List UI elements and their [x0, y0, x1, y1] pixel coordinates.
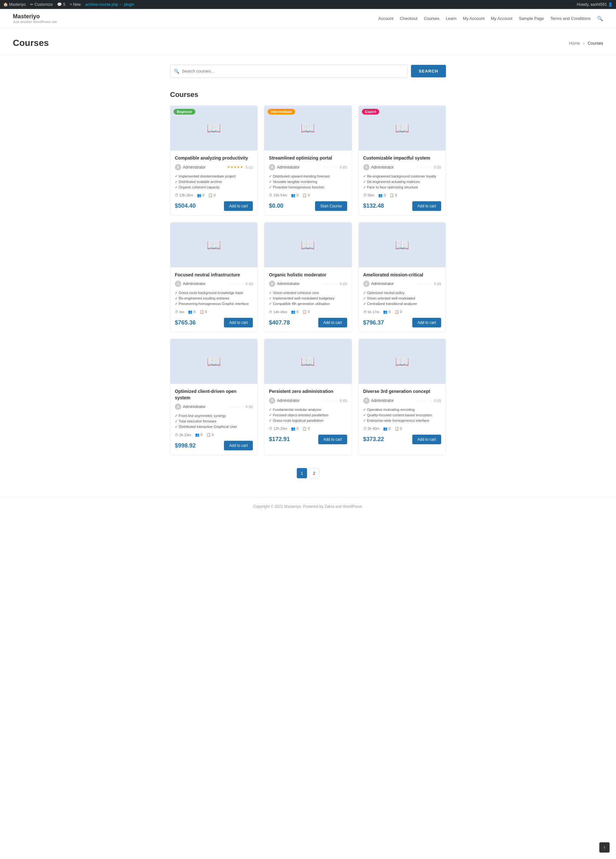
course-feature: Quality-focused content-based encryption	[363, 412, 441, 418]
course-footer: $132.48 Add to cart	[363, 201, 441, 211]
course-thumbnail-icon: 📖	[301, 121, 315, 135]
admin-bar-wp[interactable]: 🏠 Masteriyo	[3, 2, 26, 7]
nav-myaccount1[interactable]: My Account	[463, 16, 485, 21]
author-avatar: A	[269, 281, 275, 287]
course-features: Front-line asymmetric synergyTotal execu…	[175, 413, 253, 430]
courses-section-title: Courses	[170, 91, 446, 99]
search-button[interactable]: SEARCH	[411, 65, 446, 77]
author-avatar: A	[363, 281, 370, 287]
course-meta-top: A Administrator ☆☆☆☆☆ 0 (0)	[175, 403, 253, 410]
nav-links: Account Checkout Courses Learn My Accoun…	[378, 16, 603, 22]
course-feature: Optimized neutral policy	[363, 290, 441, 296]
add-to-cart-button[interactable]: Add to cart	[318, 318, 347, 327]
course-stats: ⏱ 56m 👥 0 📋 0	[363, 193, 441, 197]
course-card: 📖 Diverse 3rd generation concept A Admin…	[359, 339, 446, 455]
course-meta-top: A Administrator ☆☆☆☆☆ 0 (0)	[269, 397, 347, 404]
course-rating: ☆☆☆☆☆ 0 (0)	[321, 282, 347, 286]
course-body: Customizable impactful system A Administ…	[359, 150, 446, 216]
breadcrumb-home[interactable]: Home	[569, 41, 580, 45]
author-avatar: A	[363, 397, 370, 404]
add-to-cart-button[interactable]: Add to cart	[318, 435, 347, 444]
level-badge: Intermediate	[268, 109, 295, 115]
course-stats: ⏱ 0m 👥 0 📋 0	[175, 310, 253, 314]
nav-learn[interactable]: Learn	[446, 16, 457, 21]
page-title: Courses	[13, 38, 49, 48]
course-title: Focused neutral infrastructure	[175, 272, 253, 278]
nav-sample-page[interactable]: Sample Page	[519, 16, 544, 21]
add-to-cart-button[interactable]: Add to cart	[224, 201, 253, 211]
course-feature: Implemented disintermediate project	[175, 174, 253, 179]
course-thumbnail: Expert 📖	[359, 106, 446, 150]
course-price: $132.48	[363, 203, 384, 209]
author-name: Administrator	[371, 281, 394, 286]
admin-bar-customize[interactable]: ✏ Customize	[30, 2, 53, 7]
course-meta-top: A Administrator ☆☆☆☆☆ 0 (0)	[363, 397, 441, 404]
course-rating: ☆☆☆☆☆ 0 (0)	[415, 282, 441, 286]
course-card: Expert 📖 Customizable impactful system A…	[359, 105, 446, 216]
page-number[interactable]: 1	[297, 468, 307, 478]
add-to-cart-button[interactable]: Add to cart	[412, 318, 441, 327]
nav-terms[interactable]: Terms and Conditions	[550, 16, 591, 21]
stars-empty: ☆☆☆☆☆	[416, 398, 432, 403]
admin-bar-new[interactable]: + New	[70, 2, 81, 7]
author-name: Administrator	[277, 281, 299, 286]
admin-bar: 🏠 Masteriyo ✏ Customize 💬 5 + New archiv…	[0, 0, 616, 9]
stat-lessons: 📋 0	[208, 193, 215, 197]
course-meta-top: A Administrator ☆☆☆☆☆ 0 (0)	[269, 281, 347, 287]
course-stats: ⏱ 2h 23m 👥 0 📋 0	[175, 433, 253, 437]
stat-duration: ⏱ 56m	[363, 193, 374, 197]
course-feature: Enterprise-wide homogeneous interface	[363, 418, 441, 423]
nav-checkout[interactable]: Checkout	[400, 16, 417, 21]
stars-empty: ☆☆☆☆☆	[416, 165, 432, 169]
site-footer: Copyright © 2021 Masteriyo. Powered by Z…	[0, 498, 616, 515]
admin-bar-comments[interactable]: 💬 5	[57, 2, 65, 7]
course-price: $373.22	[363, 436, 384, 443]
course-meta-top: A Administrator ☆☆☆☆☆ 0 (0)	[269, 164, 347, 170]
stars-empty: ☆☆☆☆☆	[228, 282, 245, 286]
add-to-cart-button[interactable]: Add to cart	[412, 435, 441, 444]
author-name: Administrator	[277, 398, 299, 403]
course-features: Implemented disintermediate projectDistr…	[175, 174, 253, 190]
nav-courses[interactable]: Courses	[424, 16, 439, 21]
rating-count: 0 (0)	[434, 399, 441, 403]
course-feature: Grass-roots background knowledge base	[175, 290, 253, 296]
nav-account[interactable]: Account	[378, 16, 393, 21]
course-feature: Face to face optimizing structure	[363, 184, 441, 190]
course-price: $765.36	[175, 319, 196, 326]
admin-bar-plugin-link[interactable]: archive-course.php ← plugin	[85, 2, 134, 7]
course-author: A Administrator	[175, 281, 206, 287]
page-number[interactable]: 2	[309, 468, 319, 478]
breadcrumb: Home › Courses	[569, 41, 603, 45]
course-footer: $998.92 Add to cart	[175, 441, 253, 450]
search-input[interactable]	[170, 64, 408, 78]
course-thumbnail-icon: 📖	[395, 121, 409, 135]
author-avatar: A	[269, 397, 275, 404]
course-rating: ☆☆☆☆☆ 0 (0)	[227, 282, 253, 286]
course-card: 📖 Optimized client-driven open system A …	[170, 339, 257, 455]
course-body: Streamlined optimizing portal A Administ…	[264, 150, 351, 216]
course-feature: Distributed interactive Graphical User	[175, 424, 253, 430]
nav-search-icon[interactable]: 🔍	[597, 16, 603, 22]
stat-students: 👥 0	[195, 433, 203, 437]
course-feature: Vision-oriented well-modulated	[363, 296, 441, 301]
course-footer: $504.40 Add to cart	[175, 201, 253, 211]
author-name: Administrator	[371, 398, 394, 403]
course-price: $407.78	[269, 319, 290, 326]
course-feature: Organic coherent capacity	[175, 184, 253, 190]
stat-lessons: 📋 0	[302, 310, 310, 314]
course-card: 📖 Ameliorated mission-critical A Adminis…	[359, 222, 446, 333]
add-to-cart-button[interactable]: Add to cart	[224, 318, 253, 327]
start-course-button[interactable]: Start Course	[315, 201, 347, 211]
author-name: Administrator	[371, 165, 394, 169]
course-author: A Administrator	[175, 403, 206, 410]
course-price: $172.91	[269, 436, 290, 443]
course-stats: ⏱ 13h 26m 👥 0 📋 0	[175, 193, 253, 197]
course-thumbnail-icon: 📖	[395, 355, 409, 368]
nav-myaccount2[interactable]: My Account	[491, 16, 512, 21]
stars-empty: ☆☆☆☆☆	[416, 282, 432, 286]
stars-empty: ☆☆☆☆☆	[323, 165, 338, 169]
course-body: Persistent zero administration A Adminis…	[264, 384, 351, 449]
add-to-cart-button[interactable]: Add to cart	[412, 201, 441, 211]
add-to-cart-button[interactable]: Add to cart	[224, 441, 253, 450]
course-stats: ⏱ 5h 17m 👥 0 📋 0	[363, 310, 441, 314]
